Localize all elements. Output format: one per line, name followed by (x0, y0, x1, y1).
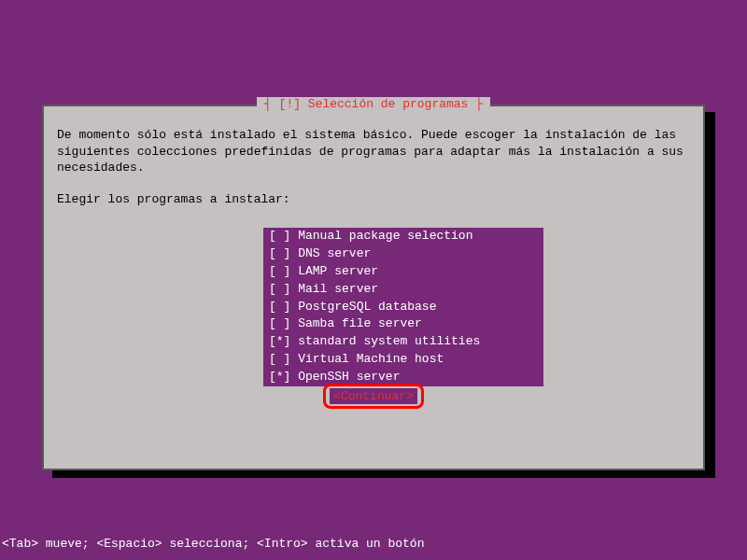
list-item-label: standard system utilities (298, 334, 480, 348)
dialog-description: De momento sólo está instalado el sistem… (57, 127, 690, 176)
continue-container: <Continuar> (44, 384, 703, 409)
list-item[interactable]: [ ] Manual package selection (263, 228, 543, 245)
list-item[interactable]: [ ] DNS server (263, 245, 543, 263)
highlight-ring: <Continuar> (323, 384, 424, 409)
checkbox-icon: [ ] (269, 229, 290, 243)
list-item-label: Manual package selection (298, 229, 472, 243)
checkbox-icon: [*] (269, 334, 290, 348)
title-prefix: ┤ (264, 97, 279, 111)
checkbox-icon: [ ] (269, 282, 290, 296)
list-item-label: Virtual Machine host (298, 352, 444, 366)
dialog-title: [!] Selección de programas (279, 97, 469, 111)
list-item-label: DNS server (298, 246, 371, 260)
checkbox-icon: [ ] (269, 300, 290, 314)
dialog-prompt: Elegir los programas a instalar: (57, 192, 290, 206)
list-item[interactable]: [ ] Mail server (263, 281, 543, 299)
footer-hint: <Tab> mueve; <Espacio> selecciona; <Intr… (2, 537, 424, 551)
list-item[interactable]: [*] standard system utilities (263, 333, 543, 351)
list-item-label: OpenSSH server (298, 370, 400, 384)
checkbox-icon: [ ] (269, 246, 290, 260)
list-item-label: PostgreSQL database (298, 300, 436, 314)
list-item[interactable]: [ ] PostgreSQL database (263, 299, 543, 316)
checkbox-icon: [*] (269, 370, 290, 384)
package-list: [ ] Manual package selection [ ] DNS ser… (263, 228, 543, 386)
checkbox-icon: [ ] (269, 316, 290, 330)
list-item[interactable]: [ ] Virtual Machine host (263, 351, 543, 369)
list-item-label: Mail server (298, 282, 378, 296)
list-item[interactable]: [ ] LAMP server (263, 263, 543, 281)
checkbox-icon: [ ] (269, 352, 290, 366)
continue-button[interactable]: <Continuar> (330, 388, 417, 404)
list-item[interactable]: [ ] Samba file server (263, 315, 543, 333)
dialog-title-bar: ┤ [!] Selección de programas ├ (0, 97, 747, 111)
list-item-label: LAMP server (298, 264, 378, 278)
checkbox-icon: [ ] (269, 264, 290, 278)
title-suffix: ├ (468, 97, 483, 111)
list-item-label: Samba file server (298, 316, 422, 330)
tasksel-dialog: De momento sólo está instalado el sistem… (42, 105, 705, 470)
